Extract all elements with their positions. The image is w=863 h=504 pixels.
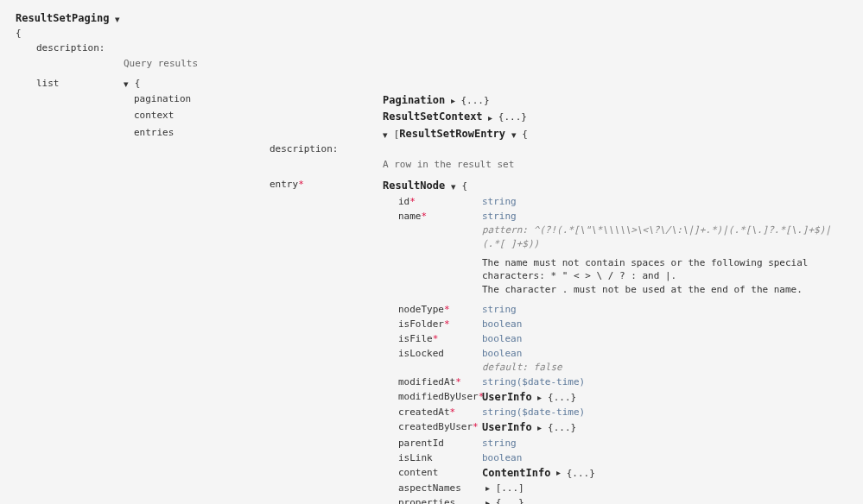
prop-name-islocked: isLocked bbox=[398, 348, 444, 359]
prop-name-islink: isLink bbox=[398, 452, 433, 463]
prop-isfolder: isFolder* boolean bbox=[16, 318, 847, 331]
prop-islocked: isLocked boolean default: false bbox=[16, 347, 847, 375]
prop-modifiedbyuser: modifiedByUser* UserInfo {...} bbox=[16, 390, 847, 405]
context-label: context bbox=[134, 110, 174, 121]
required-mark: * bbox=[444, 318, 450, 330]
prop-id: id* string bbox=[16, 195, 847, 209]
context-row: context ResultSetContext {...} bbox=[16, 109, 847, 125]
prop-name-createdat: createdAt bbox=[398, 406, 450, 418]
entries-label: entries bbox=[134, 127, 174, 138]
link-resultnode[interactable]: ResultNode bbox=[383, 180, 445, 192]
prop-name-content: content bbox=[398, 467, 438, 478]
open-brace: { bbox=[522, 129, 528, 140]
pattern-value: ^(?!(.*[\"\*\\\\\>\<\?\/\:\|]+.*)|(.*[\.… bbox=[482, 224, 831, 249]
name-note-2: The character . must not be used at the … bbox=[482, 283, 847, 297]
link-userinfo[interactable]: UserInfo bbox=[482, 391, 532, 403]
chevron-right-icon[interactable] bbox=[485, 497, 490, 504]
required-mark: * bbox=[450, 406, 456, 418]
prop-createdbyuser: createdByUser* UserInfo {...} bbox=[16, 420, 847, 435]
schema-name-resultsetpaging[interactable]: ResultSetPaging bbox=[16, 12, 109, 24]
prop-name-modifiedbyuser: modifiedByUser bbox=[398, 391, 479, 402]
chevron-down-icon[interactable] bbox=[451, 180, 456, 194]
chevron-right-icon[interactable] bbox=[485, 482, 490, 495]
pagination-row: pagination Pagination {...} bbox=[16, 92, 847, 109]
entry-row: entry* ResultNode { bbox=[16, 178, 847, 194]
collapsed-object[interactable]: {...} bbox=[548, 422, 576, 433]
rowentry-description-row: description: bbox=[16, 142, 847, 157]
prop-name: name* string pattern: ^(?!(.*[\"\*\\\\\>… bbox=[16, 210, 847, 298]
prop-type-modifiedat: string($date-time) bbox=[482, 375, 847, 389]
prop-name-aspectnames: aspectNames bbox=[398, 482, 461, 494]
pattern-label: pattern: bbox=[482, 224, 528, 236]
chevron-down-icon[interactable] bbox=[383, 128, 388, 142]
prop-name-properties: properties bbox=[398, 497, 455, 504]
prop-name-id: id bbox=[398, 196, 409, 207]
list-row: list { bbox=[16, 77, 847, 91]
required-mark: * bbox=[455, 376, 461, 387]
prop-type-isfile: boolean bbox=[482, 332, 847, 346]
required-mark: * bbox=[422, 211, 428, 222]
chevron-right-icon[interactable] bbox=[556, 467, 561, 480]
prop-name-nodetype: nodeType bbox=[398, 304, 444, 315]
prop-content: content ContentInfo {...} bbox=[16, 466, 847, 481]
chevron-down-icon[interactable] bbox=[115, 12, 120, 27]
prop-type-nodetype: string bbox=[482, 303, 847, 317]
prop-islink: isLink boolean bbox=[16, 451, 847, 465]
chevron-down-icon[interactable] bbox=[511, 128, 517, 142]
prop-createdat: createdAt* string($date-time) bbox=[16, 406, 847, 419]
link-resultsetcontext[interactable]: ResultSetContext bbox=[383, 110, 483, 123]
prop-type-parentid: string bbox=[482, 437, 847, 450]
prop-modifiedat: modifiedAt* string($date-time) bbox=[16, 375, 847, 389]
prop-name-name: name bbox=[398, 211, 422, 222]
list-label: list bbox=[16, 78, 60, 89]
prop-name-parentid: parentId bbox=[398, 438, 444, 449]
collapsed-array[interactable]: [...] bbox=[496, 482, 524, 494]
prop-name-createdbyuser: createdByUser bbox=[398, 421, 473, 432]
rowentry-description-value-row: A row in the result set bbox=[16, 158, 847, 173]
required-mark: * bbox=[473, 421, 479, 432]
prop-type-islink: boolean bbox=[482, 451, 847, 465]
prop-type-islocked: boolean bbox=[482, 348, 522, 359]
prop-type-name: string bbox=[482, 211, 517, 222]
schema-root-header: ResultSetPaging { bbox=[16, 10, 847, 41]
description-label: description: bbox=[249, 143, 338, 154]
prop-nodetype: nodeType* string bbox=[16, 303, 847, 317]
required-mark: * bbox=[409, 196, 416, 207]
name-note-1: The name must not contain spaces or the … bbox=[482, 256, 847, 284]
root-description-row: description: bbox=[16, 41, 847, 56]
prop-name-isfolder: isFolder bbox=[398, 318, 444, 330]
entry-label: entry bbox=[249, 179, 298, 190]
chevron-right-icon[interactable] bbox=[537, 392, 542, 405]
pagination-label: pagination bbox=[134, 93, 191, 104]
open-brace: { bbox=[462, 180, 468, 192]
link-userinfo[interactable]: UserInfo bbox=[482, 421, 532, 433]
open-brace: { bbox=[16, 28, 22, 39]
open-brace: { bbox=[135, 78, 141, 89]
prop-properties: properties {...} bbox=[16, 496, 847, 504]
rowentry-description-value: A row in the result set bbox=[383, 158, 847, 173]
link-contentinfo[interactable]: ContentInfo bbox=[482, 467, 550, 479]
description-value: Query results bbox=[124, 57, 249, 72]
collapsed-object[interactable]: {...} bbox=[498, 111, 527, 123]
link-resultsetrowentry[interactable]: ResultSetRowEntry bbox=[399, 128, 505, 140]
prop-name-modifiedat: modifiedAt bbox=[398, 376, 455, 387]
chevron-down-icon[interactable] bbox=[124, 77, 129, 91]
chevron-right-icon[interactable] bbox=[537, 422, 542, 435]
chevron-right-icon[interactable] bbox=[488, 111, 492, 124]
collapsed-object[interactable]: {...} bbox=[496, 497, 524, 504]
prop-type-isfolder: boolean bbox=[482, 318, 847, 331]
prop-parentid: parentId string bbox=[16, 437, 847, 450]
prop-name-isfile: isFile bbox=[398, 333, 433, 344]
prop-type-createdat: string($date-time) bbox=[482, 406, 847, 419]
required-mark: * bbox=[433, 333, 439, 344]
collapsed-object[interactable]: {...} bbox=[548, 392, 576, 403]
prop-isfile: isFile* boolean bbox=[16, 332, 847, 346]
chevron-right-icon[interactable] bbox=[451, 94, 455, 107]
prop-aspectnames: aspectNames [...] bbox=[16, 482, 847, 495]
link-pagination[interactable]: Pagination bbox=[383, 94, 445, 106]
collapsed-object[interactable]: {...} bbox=[567, 468, 595, 479]
collapsed-object[interactable]: {...} bbox=[461, 95, 490, 106]
prop-type-id: string bbox=[482, 195, 847, 209]
description-label: description: bbox=[16, 42, 105, 54]
root-description-value-row: Query results bbox=[16, 57, 847, 72]
